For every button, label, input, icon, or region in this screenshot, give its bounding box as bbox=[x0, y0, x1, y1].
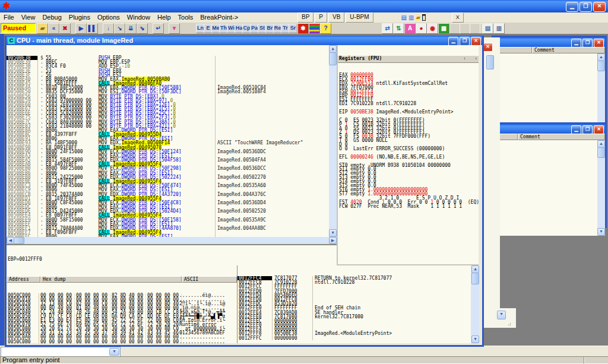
menu-file[interactable]: File bbox=[0, 12, 18, 21]
menu-tools[interactable]: Tools bbox=[175, 12, 197, 21]
register-line[interactable]: EDI 7C910228 ntdll.7C910228 bbox=[338, 102, 479, 106]
maximize-button[interactable]: ❐ bbox=[582, 125, 593, 134]
column-headers[interactable]: Comment bbox=[493, 134, 605, 140]
column-comment[interactable]: Comment bbox=[518, 134, 605, 140]
stack-row[interactable]: 0012FFD80012FFC8 bbox=[238, 297, 471, 302]
close-process-icon[interactable]: ✖ bbox=[59, 23, 71, 34]
hex-dump-pane[interactable]: Address Hex dump ASCII 0050C00000 00 00 … bbox=[7, 265, 237, 343]
swap-icon[interactable]: ⇄ bbox=[382, 23, 393, 34]
open-file-icon[interactable]: ▰ bbox=[37, 23, 48, 34]
menu-button-bp[interactable]: BP bbox=[297, 12, 314, 23]
keypad-icon[interactable]: ▦ bbox=[438, 23, 449, 34]
disasm-row[interactable]: 0050BE3E.53PUSH EBX bbox=[7, 69, 329, 73]
menu-options[interactable]: Options bbox=[94, 12, 124, 21]
menu-view[interactable]: View bbox=[18, 12, 39, 21]
registers-prev-icon[interactable]: ‹ ‹ bbox=[463, 56, 479, 62]
close-button[interactable]: ✕ bbox=[471, 37, 481, 46]
spiral-icon[interactable]: ◉ bbox=[427, 23, 438, 34]
vertical-scrollbar[interactable]: ▲ ▼ bbox=[597, 53, 605, 132]
minimize-button[interactable]: ▁ bbox=[571, 39, 581, 48]
log-icon[interactable]: ▥ bbox=[408, 14, 414, 21]
comment-window-top[interactable]: ▁ ❐ ✕ Comment ▲ ▼ bbox=[492, 36, 607, 125]
stack-vertical-scrollbar[interactable]: ▲ ▼ bbox=[471, 265, 479, 343]
disassembly-pane[interactable]: 0050BE38$55PUSH EBP0050BE39.8BECMOV EBP,… bbox=[7, 45, 337, 237]
options-icon[interactable]: ✱ bbox=[297, 23, 309, 34]
disasm-row[interactable]: 0050BE3B.83C4 F0ADD ESP,-10 bbox=[7, 64, 329, 68]
comment-window-bottom-titlebar[interactable]: ▁ ❐ ✕ bbox=[493, 124, 605, 134]
stack-row[interactable]: 0012FFF000000000 bbox=[238, 323, 471, 327]
stack-row[interactable]: 0012FFFC00000000 bbox=[238, 336, 471, 340]
registers-pane[interactable]: Registers (FPU) ‹ ‹ EAX 00000000ECX 0012… bbox=[338, 45, 479, 264]
menu-window[interactable]: Window bbox=[124, 12, 154, 21]
command-combobox[interactable]: ▼ bbox=[1, 347, 121, 357]
minimize-button[interactable]: ▁ bbox=[571, 125, 581, 134]
stack-row[interactable]: 0012FFC87C910228ntdll.7C910228 bbox=[238, 280, 471, 284]
minimize-button[interactable]: ▁ bbox=[448, 37, 458, 46]
column-comment[interactable]: Comment bbox=[532, 47, 605, 53]
close-button[interactable]: ✕ bbox=[593, 2, 606, 12]
go-to-address-icon[interactable]: ▼ bbox=[169, 23, 180, 34]
column-hex-dump[interactable]: Hex dump bbox=[40, 276, 182, 283]
execute-till-return-icon[interactable]: ↵ bbox=[153, 23, 164, 34]
pause-icon[interactable]: ▌▌ bbox=[87, 23, 98, 34]
stack-pane[interactable]: 0012FFC47C817077RETURN to kernel32.7C817… bbox=[237, 265, 479, 343]
cpu-titlebar[interactable]: C CPU - main thread, module ImageRed ▁ ❐… bbox=[7, 36, 482, 45]
comment-window-top-titlebar[interactable]: ▁ ❐ ✕ bbox=[493, 37, 605, 47]
appearance-icon[interactable] bbox=[309, 23, 320, 34]
help-icon[interactable]: ? bbox=[320, 23, 331, 34]
close-button[interactable]: ✕ bbox=[483, 43, 493, 52]
dump-column-headers[interactable]: Address Hex dump ASCII bbox=[7, 276, 237, 283]
stack-row[interactable]: 0012FFE87C817080kernel32.7C817080 bbox=[238, 315, 471, 319]
register-line[interactable]: O 0 LastErr ERROR_SUCCESS (00000000) bbox=[338, 147, 479, 151]
columns-icon[interactable]: ▥ bbox=[493, 23, 505, 34]
resize-grip[interactable]: ⣠ bbox=[508, 319, 515, 327]
stack-row[interactable]: 0012FFD07FFD7000 bbox=[238, 289, 471, 293]
hidden-window-corner[interactable]: ▼ ⣠ bbox=[480, 308, 516, 328]
vertical-scrollbar[interactable]: ▲ ▼ bbox=[597, 140, 605, 236]
menu-button-p[interactable]: P bbox=[315, 12, 327, 23]
disasm-vertical-scrollbar[interactable]: ▲ ▼ bbox=[329, 45, 337, 237]
menu-close-button[interactable]: X bbox=[452, 12, 464, 23]
menu-debug[interactable]: Debug bbox=[39, 12, 65, 21]
register-line[interactable]: FCW 027F Prec NEAR,53 Mask 1 1 1 1 1 1 bbox=[338, 205, 479, 209]
stack-row[interactable]: 0012FFCCFFFFFFFF bbox=[238, 284, 471, 289]
main-titlebar[interactable]: ✱ ▁ ❐ ✕ bbox=[0, 0, 608, 12]
stack-row[interactable]: 0012FFE0FFFFFFFFEnd of SEH chain bbox=[238, 306, 471, 310]
menu-help[interactable]: Help bbox=[154, 12, 175, 21]
run-icon[interactable]: ▶ bbox=[75, 23, 87, 34]
register-line[interactable]: EFL 00000246 (NO,NB,E,BE,NS,PE,GE,LE) bbox=[338, 156, 479, 160]
console-icon[interactable]: ▮ bbox=[422, 14, 426, 21]
menu-plugins[interactable]: Plugins bbox=[65, 12, 94, 21]
register-line[interactable]: T 0 GS 0000 NULL bbox=[338, 139, 479, 143]
menu-breakpoint[interactable]: BreakPoint-> bbox=[197, 12, 242, 21]
column-ascii[interactable]: ASCII bbox=[182, 276, 237, 283]
restore-button[interactable]: ❐ bbox=[460, 37, 470, 46]
restart-icon[interactable]: « bbox=[48, 23, 59, 34]
breakpoint-icon[interactable]: ● bbox=[416, 23, 427, 34]
column-headers[interactable]: Comment bbox=[493, 47, 605, 53]
folder-icon[interactable]: ▰ bbox=[416, 14, 422, 21]
comment-list[interactable]: ▲ ▼ bbox=[493, 140, 605, 236]
scrollbar-thumb[interactable] bbox=[486, 55, 494, 69]
stack-row[interactable]: 0012FFD48054B6ED bbox=[238, 293, 471, 297]
menu-button-u-bpm[interactable]: U-BPM bbox=[346, 12, 373, 23]
stack-row[interactable]: 0012FFEC00000000 bbox=[238, 319, 471, 323]
disasm-horizontal-scrollbar[interactable]: ◀ ▶ bbox=[7, 237, 337, 244]
maximize-button[interactable]: ❐ bbox=[580, 2, 592, 12]
toolbar-button-sr[interactable]: Sr bbox=[289, 24, 297, 33]
stack-row[interactable]: 0012FFF80050BE38ImageRed.<ModuleEntryPoi… bbox=[238, 331, 471, 335]
registers-header[interactable]: Registers (FPU) ‹ ‹ bbox=[338, 56, 479, 63]
menu-button-vb[interactable]: VB bbox=[328, 12, 344, 23]
notes-icon[interactable]: ▤ bbox=[401, 14, 407, 21]
scroll-down-button[interactable]: ▼ bbox=[497, 311, 506, 319]
column-address[interactable]: Address bbox=[7, 276, 40, 283]
minimize-button[interactable]: ▁ bbox=[566, 2, 578, 12]
register-line[interactable]: EIP 0050BE38 ImageRed.<ModuleEntryPoint> bbox=[338, 110, 479, 115]
animate-over-icon[interactable]: ⇘ bbox=[137, 23, 148, 34]
animate-into-icon[interactable]: ⇊ bbox=[125, 23, 137, 34]
highlight-icon[interactable]: A bbox=[404, 23, 416, 34]
comment-list[interactable]: ▲ ▼ bbox=[493, 53, 605, 132]
maximize-button[interactable]: ❐ bbox=[582, 39, 593, 48]
comment-window-bottom[interactable]: ▁ ❐ ✕ Comment ▲ ▼ bbox=[492, 122, 607, 228]
dropdown-arrow-icon[interactable]: ▼ bbox=[109, 348, 119, 356]
